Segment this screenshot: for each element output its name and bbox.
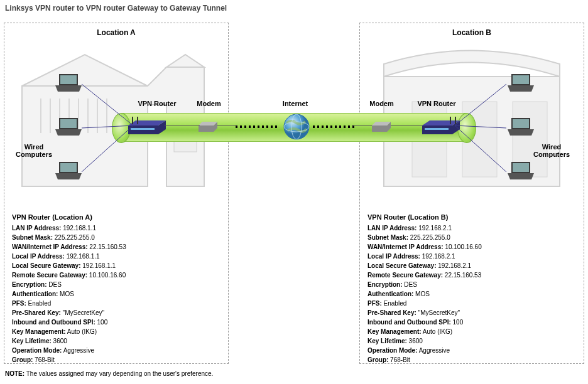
config-row: Key Lifetime: 3600: [12, 336, 220, 346]
config-value: "MySecretKey": [416, 309, 460, 316]
config-key: Authentication:: [368, 291, 413, 297]
config-value: Enabled: [26, 300, 51, 307]
config-key: PFS:: [12, 300, 26, 307]
config-value: 192.168.1.1: [81, 262, 116, 269]
config-key: Group:: [368, 356, 388, 363]
config-key: Local IP Address:: [368, 253, 420, 260]
config-key: PFS:: [368, 300, 382, 307]
config-key: Pre-Shared Key:: [368, 309, 416, 316]
config-key: Key Management:: [12, 328, 66, 335]
config-row: Group: 768-Bit: [368, 355, 576, 365]
config-key: Authentication:: [12, 291, 58, 297]
config-row: Pre-Shared Key: "MySecretKey": [12, 308, 220, 317]
footnote-bold: NOTE:: [5, 370, 24, 377]
config-value: 768-Bit: [33, 356, 54, 363]
config-row: WAN/Internet IP Address: 10.100.16.60: [368, 242, 576, 252]
config-row: Subnet Mask: 225.225.255.0: [12, 233, 220, 242]
config-value: Aggressive: [62, 347, 94, 354]
config-value: MOS: [58, 291, 74, 297]
config-value: 22.15.160.53: [443, 272, 481, 279]
footnote: NOTE: The values assigned may vary depen…: [5, 370, 213, 377]
config-value: DES: [403, 281, 417, 288]
config-value: 225.225.255.0: [53, 234, 95, 241]
config-row: PFS: Enabled: [368, 299, 576, 308]
config-value: 10.100.16.60: [444, 243, 482, 250]
config-row: Inbound and Outbound SPI: 100: [368, 317, 576, 327]
config-value: 3600: [407, 338, 423, 344]
vpn-router-b-label: VPN Router: [411, 100, 462, 107]
config-b: VPN Router (Location B) LAN IP Address: …: [368, 213, 576, 365]
wired-computers-b-label: Wired Computers: [526, 143, 577, 158]
wired-computers-a-label: Wired Computers: [9, 143, 59, 158]
config-row: Local IP Address: 192.168.1.1: [12, 252, 220, 261]
config-value: 10.100.16.60: [87, 272, 126, 279]
config-row: WAN/Internet IP Address: 22.15.160.53: [12, 242, 220, 252]
config-row: Authentication: MOS: [368, 289, 576, 299]
config-row: Local Secure Gateway: 192.168.1.1: [12, 261, 220, 270]
config-row: Remote Secure Gateway: 22.15.160.53: [368, 270, 576, 280]
config-key: Local Secure Gateway:: [368, 262, 437, 269]
config-row: Local Secure Gateway: 192.168.2.1: [368, 261, 576, 270]
config-value: Enabled: [382, 300, 406, 307]
modem-a-label: Modem: [192, 100, 226, 107]
svg-line-35: [455, 125, 506, 128]
config-row: Group: 768-Bit: [12, 355, 220, 365]
config-key: Key Management:: [368, 328, 422, 335]
config-row: Key Management: Auto (IKG): [12, 327, 220, 336]
config-row: Key Lifetime: 3600: [368, 336, 576, 346]
config-a-header: VPN Router (Location A): [12, 213, 220, 222]
config-value: 100: [95, 319, 107, 326]
config-value: Auto (IKG): [66, 328, 97, 335]
footnote-text: The values assigned may vary depending o…: [24, 370, 213, 377]
internet-label: Internet: [270, 100, 320, 107]
config-b-header: VPN Router (Location B): [368, 213, 576, 222]
config-row: LAN IP Address: 192.168.1.1: [12, 223, 220, 233]
config-key: Local Secure Gateway:: [12, 262, 81, 269]
config-key: Encryption:: [12, 281, 47, 288]
config-key: Group:: [12, 356, 33, 363]
config-key: LAN IP Address:: [368, 225, 416, 232]
modem-b-label: Modem: [364, 100, 399, 107]
config-key: WAN/Internet IP Address:: [368, 243, 444, 250]
config-key: LAN IP Address:: [12, 225, 61, 232]
config-row: Inbound and Outbound SPI: 100: [12, 317, 220, 327]
config-key: Subnet Mask:: [12, 234, 53, 241]
config-key: Remote Secure Gateway:: [368, 272, 443, 279]
config-value: 225.225.255.0: [408, 234, 450, 241]
config-key: Key Lifetime:: [368, 338, 407, 344]
config-row: Encryption: DES: [368, 280, 576, 289]
config-value: 192.168.2.1: [416, 225, 452, 232]
config-value: 768-Bit: [388, 356, 410, 363]
svg-line-36: [455, 125, 506, 172]
config-value: "MySecretKey": [61, 309, 104, 316]
config-value: 22.15.160.53: [88, 243, 126, 250]
config-row: Key Management: Auto (IKG): [368, 327, 576, 336]
config-value: MOS: [413, 291, 430, 297]
config-key: Pre-Shared Key:: [12, 309, 61, 316]
config-value: 192.168.1.1: [61, 225, 96, 232]
config-key: Operation Mode:: [368, 347, 417, 354]
config-row: Local IP Address: 192.168.2.1: [368, 252, 576, 261]
config-key: Subnet Mask:: [368, 234, 408, 241]
config-key: Operation Mode:: [12, 347, 62, 354]
config-row: Operation Mode: Aggressive: [368, 346, 576, 355]
svg-line-34: [455, 84, 506, 125]
config-key: Key Lifetime:: [12, 338, 52, 344]
config-value: 100: [451, 319, 463, 326]
svg-line-27: [82, 84, 133, 125]
config-a: VPN Router (Location A) LAN IP Address: …: [12, 213, 220, 365]
config-row: Authentication: MOS: [12, 289, 220, 299]
config-row: Encryption: DES: [12, 280, 220, 289]
config-row: Subnet Mask: 225.225.255.0: [368, 233, 576, 242]
svg-line-28: [82, 125, 133, 128]
config-key: Inbound and Outbound SPI:: [12, 319, 95, 326]
config-key: WAN/Internet IP Address:: [12, 243, 88, 250]
config-value: 192.168.2.1: [437, 262, 472, 269]
config-value: 192.168.2.1: [420, 253, 455, 260]
config-row: LAN IP Address: 192.168.2.1: [368, 223, 576, 233]
svg-line-29: [82, 125, 133, 172]
config-value: Aggressive: [417, 347, 450, 354]
config-row: Remote Secure Gateway: 10.100.16.60: [12, 270, 220, 280]
vpn-router-a-label: VPN Router: [132, 100, 182, 107]
config-row: Operation Mode: Aggressive: [12, 346, 220, 355]
